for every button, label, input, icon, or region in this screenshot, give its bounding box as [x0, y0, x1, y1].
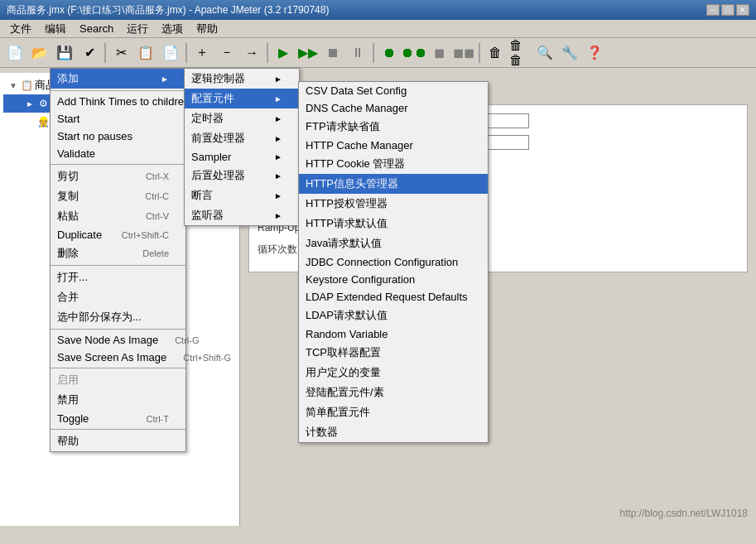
sub2-http-default[interactable]: HTTP请求默认值 [299, 214, 488, 233]
sub1-timer[interactable]: 定时器 ► [185, 108, 299, 128]
sub2-ftp[interactable]: FTP请求缺省值 [299, 117, 488, 137]
sub2-jdbc-label: JDBC Connection Configuration [306, 256, 458, 268]
ctx-delete[interactable]: 删除 Delete [51, 243, 185, 263]
clear-all-button[interactable]: 🗑🗑 [508, 41, 532, 65]
menu-search[interactable]: Search [73, 21, 120, 36]
ctx-add-label: 添加 [57, 71, 79, 86]
sub2-csv[interactable]: CSV Data Set Config [299, 82, 488, 99]
ctx-start-no-pauses[interactable]: Start no pauses [51, 128, 185, 145]
ctx-duplicate[interactable]: Duplicate Ctrl+Shift-C [51, 226, 185, 243]
sub1-assertion-arrow: ► [274, 191, 282, 200]
sub2-http-cache[interactable]: HTTP Cache Manager [299, 137, 488, 154]
ctx-copy-label: 复制 [57, 189, 79, 204]
sub2-keystore[interactable]: Keystore Configuration [299, 271, 488, 288]
save-as-button[interactable]: ✔ [78, 41, 101, 65]
sub2-keystore-label: Keystore Configuration [306, 273, 415, 286]
ctx-add[interactable]: 添加 ► [51, 69, 185, 89]
menu-edit[interactable]: 编辑 [38, 20, 73, 38]
folder-icon: 📋 [20, 79, 33, 92]
ctx-open[interactable]: 打开... [51, 267, 185, 287]
paste-button[interactable]: 📄 [159, 41, 182, 65]
maximize-button[interactable]: □ [721, 4, 734, 16]
sub2-csv-label: CSV Data Set Config [306, 84, 407, 97]
sub1-sampler[interactable]: Sampler ► [185, 148, 299, 166]
sub1-config-elem[interactable]: 配置元件 ► [185, 89, 299, 108]
ctx-disable[interactable]: 禁用 [51, 390, 185, 410]
ctx-merge-label: 合并 [57, 290, 79, 305]
close-button[interactable]: ✕ [736, 4, 749, 16]
ctx-save-node-image-label: Save Node As Image [57, 334, 158, 346]
ctx-add-arrow: ► [161, 75, 169, 84]
sub2-jdbc[interactable]: JDBC Connection Configuration [299, 253, 488, 271]
worker-icon: 👷 [36, 115, 50, 128]
sub2-ldap-ext[interactable]: LDAP Extended Request Defaults [299, 288, 488, 306]
ctx-sep5 [51, 368, 185, 368]
toolbar-sep5 [479, 43, 480, 63]
ctx-paste[interactable]: 粘贴 Ctrl-V [51, 206, 185, 226]
sub2-java-default[interactable]: Java请求默认值 [299, 233, 488, 253]
sub2-http-header[interactable]: HTTP信息头管理器 [299, 174, 488, 194]
remote-config-button[interactable]: 🔧 [558, 41, 581, 65]
new-button[interactable]: 📄 [3, 41, 26, 65]
sub2-http-cookie[interactable]: HTTP Cookie 管理器 [299, 154, 488, 174]
ctx-save-screen-image[interactable]: Save Screen As Image Ctrl+Shift-G [51, 349, 185, 366]
ctx-save-partial[interactable]: 选中部分保存为... [51, 307, 185, 327]
ctx-validate[interactable]: Validate [51, 145, 185, 162]
sub2-dns[interactable]: DNS Cache Manager [299, 99, 488, 117]
sub2-counter[interactable]: 计数器 [299, 422, 488, 442]
sub1-post-processor[interactable]: 后置处理器 ► [185, 166, 299, 185]
sub1-pre-processor[interactable]: 前置处理器 ► [185, 128, 299, 148]
minimize-button[interactable]: ─ [706, 4, 720, 16]
menu-file[interactable]: 文件 [3, 20, 38, 38]
remote-stop-all-button[interactable]: ◼◼ [452, 41, 475, 65]
submenu2: CSV Data Set Config DNS Cache Manager FT… [298, 81, 489, 443]
watermark: http://blog.csdn.net/LWJ1018 [619, 508, 748, 519]
remote-run-all-button[interactable]: ⏺⏺ [402, 41, 426, 65]
menu-options[interactable]: 选项 [155, 20, 190, 38]
sub2-user-vars[interactable]: 用户定义的变量 [299, 363, 488, 383]
clear-button[interactable]: 🗑 [484, 41, 507, 65]
sub2-tcp-label: TCP取样器配置 [306, 345, 381, 360]
remote-stop-button[interactable]: ◼ [427, 41, 450, 65]
cut-button[interactable]: ✂ [109, 41, 132, 65]
sub1-listener[interactable]: 监听器 ► [185, 205, 299, 225]
collapse-button[interactable]: － [215, 41, 238, 65]
stop-button[interactable]: ⏹ [321, 41, 344, 65]
sub2-simple-config-label: 简单配置元件 [306, 405, 370, 420]
sub2-http-header-label: HTTP信息头管理器 [306, 176, 398, 191]
sub2-tcp[interactable]: TCP取样器配置 [299, 343, 488, 363]
sub2-dns-label: DNS Cache Manager [306, 102, 408, 114]
sub2-login-config-label: 登陆配置元件/素 [306, 385, 384, 400]
copy-button[interactable]: 📋 [134, 41, 157, 65]
save-button[interactable]: 💾 [53, 41, 76, 65]
shutdown-button[interactable]: ⏸ [346, 41, 369, 65]
sub2-random-var[interactable]: Random Variable [299, 325, 488, 343]
menu-help[interactable]: 帮助 [190, 20, 224, 38]
run-button[interactable]: ▶ [272, 41, 295, 65]
sub2-ldap[interactable]: LDAP请求默认值 [299, 306, 488, 325]
menu-run[interactable]: 运行 [120, 20, 155, 38]
help-icon-button[interactable]: ❓ [583, 41, 606, 65]
remote-run-button[interactable]: ⏺ [378, 41, 401, 65]
sub2-random-var-label: Random Variable [306, 328, 388, 340]
ctx-merge[interactable]: 合并 [51, 287, 185, 307]
ctx-copy[interactable]: 复制 Ctrl-C [51, 186, 185, 206]
ctx-toggle[interactable]: Toggle Ctrl-T [51, 410, 185, 427]
sub1-assertion[interactable]: 断言 ► [185, 185, 299, 205]
ctx-think-times[interactable]: Add Think Times to children [51, 93, 185, 110]
ctx-cut[interactable]: 剪切 Ctrl-X [51, 166, 185, 186]
sub1-logic-ctrl[interactable]: 逻辑控制器 ► [185, 69, 299, 89]
run-no-pause-button[interactable]: ▶▶ [296, 41, 320, 65]
expand-button[interactable]: ＋ [190, 41, 214, 65]
sub2-login-config[interactable]: 登陆配置元件/素 [299, 383, 488, 402]
sub2-simple-config[interactable]: 简单配置元件 [299, 402, 488, 422]
ctx-help[interactable]: 帮助 [51, 431, 185, 451]
ctx-save-node-image[interactable]: Save Node As Image Ctrl-G [51, 331, 185, 349]
search-button[interactable]: 🔍 [533, 41, 556, 65]
sub1-timer-arrow: ► [274, 114, 282, 123]
sub2-http-auth[interactable]: HTTP授权管理器 [299, 194, 488, 214]
toggle-button[interactable]: → [240, 41, 263, 65]
ctx-start-no-pauses-label: Start no pauses [57, 130, 132, 142]
ctx-start[interactable]: Start [51, 110, 185, 128]
open-button[interactable]: 📂 [28, 41, 51, 65]
